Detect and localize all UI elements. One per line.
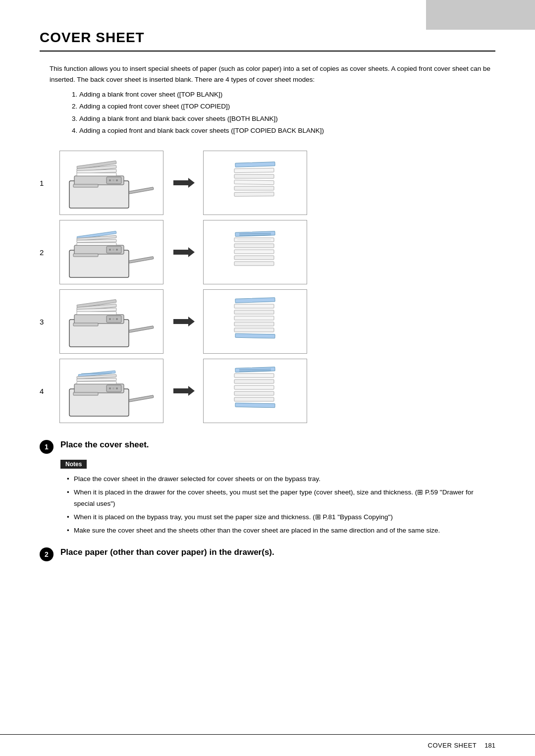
stack-illustration-3: [215, 292, 295, 351]
step-1-header: 1 Place the cover sheet.: [40, 439, 495, 454]
page-title: COVER SHEET: [40, 30, 495, 46]
svg-rect-9: [77, 173, 116, 176]
diagrams-container: 1: [40, 151, 495, 423]
svg-rect-15: [234, 174, 274, 178]
svg-rect-51: [73, 323, 98, 326]
svg-rect-79: [234, 379, 274, 383]
svg-rect-52: [129, 326, 154, 333]
svg-rect-14: [234, 168, 274, 173]
intro-paragraph: This function allows you to insert speci…: [40, 63, 495, 85]
svg-point-23: [112, 249, 114, 251]
svg-point-64: [109, 387, 111, 389]
svg-rect-17: [234, 186, 274, 190]
svg-rect-28: [77, 243, 116, 245]
intro-list-item: Adding a copied front cover sheet ([TOP …: [79, 101, 495, 112]
svg-rect-50: [77, 312, 116, 315]
svg-rect-13: [235, 162, 275, 167]
svg-rect-81: [234, 391, 274, 395]
step-2-header: 2 Place paper (other than cover paper) i…: [40, 546, 495, 561]
diagram-number-2: 2: [40, 248, 59, 257]
arrow-2: [163, 245, 203, 260]
svg-rect-27: [77, 240, 116, 243]
svg-point-46: [116, 318, 118, 320]
step-1-section: 1 Place the cover sheet. Notes Place the…: [40, 439, 495, 537]
top-gray-bar: [426, 0, 535, 30]
diagram-row-3: 3: [40, 289, 495, 354]
svg-rect-82: [234, 397, 274, 401]
copier-illustration-1: [64, 154, 159, 212]
svg-point-22: [109, 249, 111, 251]
svg-marker-53: [173, 317, 195, 326]
copier-illustration-4: [64, 362, 159, 420]
stack-illustration-2: [215, 223, 295, 281]
svg-marker-31: [173, 247, 195, 257]
svg-rect-80: [234, 385, 274, 389]
svg-marker-74: [173, 386, 195, 396]
note-item-2: When it is placed in the drawer for the …: [67, 487, 495, 510]
diagram-number-1: 1: [40, 179, 59, 187]
svg-rect-55: [234, 304, 274, 308]
diagram-copier-1: [59, 151, 163, 215]
svg-point-44: [109, 318, 111, 320]
step-2-section: 2 Place paper (other than cover paper) i…: [40, 546, 495, 561]
svg-rect-56: [234, 310, 274, 314]
svg-point-45: [112, 318, 114, 320]
svg-point-24: [116, 249, 118, 251]
step-1-title: Place the cover sheet.: [60, 439, 149, 450]
svg-point-4: [112, 179, 114, 181]
note-item-4: Make sure the cover sheet and the sheets…: [67, 525, 495, 537]
svg-point-66: [116, 387, 118, 389]
diagram-number-3: 3: [40, 318, 59, 326]
footer-label: COVER SHEET: [428, 742, 477, 749]
intro-list-item: Adding a copied front and blank back cov…: [79, 125, 495, 137]
svg-rect-39: [234, 256, 274, 260]
note-item-1: Place the cover sheet in the drawer sele…: [67, 474, 495, 485]
svg-rect-71: [77, 381, 116, 384]
svg-marker-12: [173, 178, 195, 188]
svg-rect-60: [235, 334, 275, 338]
intro-list-item: Adding a blank front and blank back cove…: [79, 113, 495, 125]
step-2-title: Place paper (other than cover paper) in …: [60, 546, 274, 557]
diagram-stack-4: [203, 359, 307, 423]
svg-rect-59: [234, 328, 274, 332]
diagram-copier-3: [59, 289, 163, 354]
svg-rect-83: [235, 403, 275, 408]
svg-rect-18: [234, 192, 274, 197]
svg-rect-40: [234, 262, 274, 266]
diagram-stack-3: [203, 289, 307, 354]
svg-rect-57: [234, 316, 274, 320]
diagram-stack-2: [203, 220, 307, 284]
svg-rect-72: [73, 392, 98, 395]
svg-rect-29: [73, 254, 98, 257]
svg-rect-70: [77, 378, 116, 381]
arrow-1: [163, 175, 203, 190]
intro-list: Adding a blank front cover sheet ([TOP B…: [40, 89, 495, 137]
stack-illustration-1: [215, 154, 295, 212]
svg-rect-54: [235, 298, 275, 303]
arrow-3: [163, 314, 203, 329]
diagram-copier-4: [59, 359, 163, 423]
diagram-copier-2: [59, 220, 163, 284]
diagram-row-1: 1: [40, 151, 495, 215]
stack-illustration-4: [215, 362, 295, 420]
notes-badge: Notes: [60, 460, 87, 469]
svg-rect-11: [129, 187, 154, 194]
arrow-4: [163, 383, 203, 398]
svg-rect-38: [234, 250, 274, 254]
note-item-3: When it is placed on the bypass tray, yo…: [67, 512, 495, 523]
svg-rect-10: [73, 184, 98, 187]
notes-list: Place the cover sheet in the drawer sele…: [40, 474, 495, 537]
footer-page: 181: [484, 742, 495, 749]
diagram-number-4: 4: [40, 387, 59, 395]
svg-rect-58: [234, 322, 274, 326]
svg-rect-37: [234, 244, 274, 248]
copier-illustration-2: [64, 223, 159, 281]
diagram-row-2: 2: [40, 220, 495, 284]
svg-rect-30: [129, 257, 154, 264]
svg-rect-73: [129, 395, 154, 402]
copier-illustration-3: [64, 292, 159, 351]
svg-rect-78: [234, 374, 274, 378]
page-title-section: COVER SHEET: [40, 30, 495, 52]
footer-bar: COVER SHEET 181: [0, 734, 535, 756]
diagram-stack-1: [203, 151, 307, 215]
